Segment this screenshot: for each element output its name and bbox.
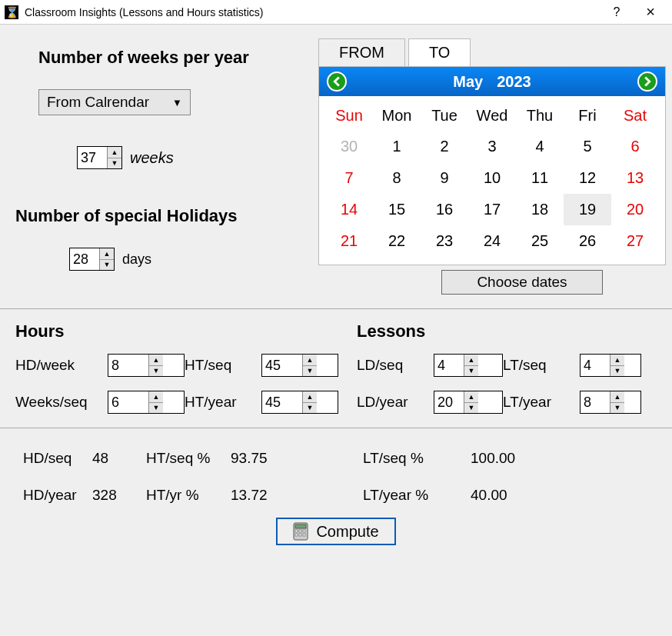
hd-year-value: 328 bbox=[92, 487, 146, 504]
svg-rect-7 bbox=[303, 534, 305, 536]
lt-year-pct-value: 40.00 bbox=[471, 487, 547, 504]
calendar-day[interactable]: 2 bbox=[421, 131, 468, 162]
calendar-day[interactable]: 9 bbox=[421, 162, 468, 194]
hd-year-label: HD/year bbox=[23, 487, 92, 504]
calendar-dow: Wed bbox=[468, 101, 516, 131]
help-button[interactable]: ? bbox=[600, 2, 634, 23]
calendar-day[interactable]: 15 bbox=[373, 194, 421, 225]
weeks-seq-input[interactable] bbox=[108, 391, 148, 413]
calendar-day[interactable]: 6 bbox=[611, 131, 659, 162]
calendar-day[interactable]: 27 bbox=[611, 225, 659, 257]
svg-rect-2 bbox=[295, 530, 298, 532]
ht-yr-pct-label: HT/yr % bbox=[146, 487, 231, 504]
arrow-left-icon bbox=[331, 76, 342, 87]
weeks-seq-stepper[interactable]: ▲▼ bbox=[108, 391, 185, 414]
calendar-day[interactable]: 14 bbox=[325, 194, 373, 225]
calendar-day[interactable]: 13 bbox=[611, 162, 659, 194]
down-arrow-icon[interactable]: ▼ bbox=[108, 158, 121, 169]
calendar-day[interactable]: 24 bbox=[468, 225, 516, 257]
calendar-day[interactable]: 17 bbox=[468, 194, 516, 225]
tab-to[interactable]: TO bbox=[408, 38, 471, 66]
ht-seq-input[interactable] bbox=[262, 355, 302, 376]
hd-week-input[interactable] bbox=[108, 355, 148, 376]
calendar-day[interactable]: 19 bbox=[564, 194, 611, 225]
hours-heading: Hours bbox=[15, 321, 338, 341]
calendar-dow: Fri bbox=[564, 101, 611, 131]
calendar-dow: Thu bbox=[516, 101, 564, 131]
calendar-day[interactable]: 26 bbox=[564, 225, 611, 257]
calendar-day[interactable]: 21 bbox=[325, 225, 373, 257]
calendar-day[interactable]: 20 bbox=[611, 194, 659, 225]
calendar-day[interactable]: 30 bbox=[325, 131, 373, 162]
ld-year-input[interactable] bbox=[434, 391, 464, 413]
compute-button[interactable]: Compute bbox=[276, 518, 395, 545]
calendar-day[interactable]: 4 bbox=[516, 131, 564, 162]
svg-rect-3 bbox=[299, 530, 301, 532]
ht-seq-label: HT/seq bbox=[185, 357, 261, 374]
weeks-source-combo[interactable]: From Calrendar ▼ bbox=[38, 89, 191, 115]
ht-seq-pct-value: 93.75 bbox=[231, 450, 292, 467]
holidays-heading: Number of special Holidays bbox=[15, 206, 300, 226]
lt-year-stepper[interactable]: ▲▼ bbox=[580, 391, 641, 414]
up-arrow-icon[interactable]: ▲ bbox=[100, 248, 114, 260]
calendar-dow: Sun bbox=[325, 101, 373, 131]
hd-seq-label: HD/seq bbox=[23, 450, 92, 467]
lt-year-input[interactable] bbox=[581, 391, 610, 413]
ht-yr-pct-value: 13.72 bbox=[231, 487, 292, 504]
calendar: May 2023 SunMonTueWedThuFriSat3012345678… bbox=[318, 66, 666, 265]
calendar-month[interactable]: May bbox=[453, 73, 483, 91]
calendar-day[interactable]: 10 bbox=[468, 162, 516, 194]
calculator-icon bbox=[293, 522, 308, 541]
calendar-day[interactable]: 18 bbox=[516, 194, 564, 225]
weeks-input[interactable] bbox=[78, 147, 107, 168]
calendar-day[interactable]: 8 bbox=[373, 162, 421, 194]
holidays-stepper[interactable]: ▲▼ bbox=[69, 248, 115, 271]
ht-seq-stepper[interactable]: ▲▼ bbox=[261, 354, 338, 377]
weeks-seq-label: Weeks/seq bbox=[15, 394, 108, 411]
titlebar: ⌛ Classroom Insights (Lessons and Hours … bbox=[0, 0, 672, 25]
tab-from[interactable]: FROM bbox=[318, 38, 405, 66]
calendar-day[interactable]: 16 bbox=[421, 194, 468, 225]
svg-rect-4 bbox=[303, 530, 305, 532]
lt-year-label: LT/year bbox=[503, 394, 580, 411]
holidays-input[interactable] bbox=[70, 248, 99, 270]
calendar-day[interactable]: 12 bbox=[564, 162, 611, 194]
calendar-day[interactable]: 11 bbox=[516, 162, 564, 194]
lt-seq-label: LT/seq bbox=[503, 357, 580, 374]
calendar-prev-button[interactable] bbox=[327, 72, 347, 92]
lt-seq-stepper[interactable]: ▲▼ bbox=[580, 354, 641, 377]
combo-selected: From Calrendar bbox=[47, 94, 149, 111]
window-title: Classroom Insights (Lessons and Hours st… bbox=[25, 6, 600, 18]
ht-year-input[interactable] bbox=[262, 391, 302, 413]
hd-week-stepper[interactable]: ▲▼ bbox=[108, 354, 185, 377]
calendar-day[interactable]: 7 bbox=[325, 162, 373, 194]
ld-seq-stepper[interactable]: ▲▼ bbox=[434, 354, 503, 377]
calendar-day[interactable]: 25 bbox=[516, 225, 564, 257]
up-arrow-icon[interactable]: ▲ bbox=[108, 147, 121, 158]
calendar-day[interactable]: 5 bbox=[564, 131, 611, 162]
app-icon: ⌛ bbox=[5, 5, 18, 19]
ld-year-stepper[interactable]: ▲▼ bbox=[434, 391, 503, 414]
lt-year-pct-label: LT/year % bbox=[363, 487, 471, 504]
calendar-day[interactable]: 3 bbox=[468, 131, 516, 162]
svg-rect-6 bbox=[299, 534, 301, 536]
calendar-year[interactable]: 2023 bbox=[497, 73, 531, 91]
divider bbox=[0, 308, 672, 309]
arrow-right-icon bbox=[642, 76, 653, 87]
choose-dates-button[interactable]: Choose dates bbox=[441, 270, 603, 295]
ht-year-stepper[interactable]: ▲▼ bbox=[261, 391, 338, 414]
ht-year-label: HT/year bbox=[185, 394, 261, 411]
calendar-next-button[interactable] bbox=[637, 72, 657, 92]
calendar-day[interactable]: 22 bbox=[373, 225, 421, 257]
weeks-stepper[interactable]: ▲▼ bbox=[77, 146, 122, 169]
ld-seq-label: LD/seq bbox=[357, 357, 434, 374]
ld-seq-input[interactable] bbox=[434, 355, 464, 376]
calendar-day[interactable]: 23 bbox=[421, 225, 468, 257]
down-arrow-icon[interactable]: ▼ bbox=[100, 260, 114, 271]
close-button[interactable]: × bbox=[634, 2, 667, 23]
hd-week-label: HD/week bbox=[15, 357, 108, 374]
lt-seq-input[interactable] bbox=[581, 355, 610, 376]
weeks-unit-label: weeks bbox=[130, 149, 174, 167]
calendar-day[interactable]: 1 bbox=[373, 131, 421, 162]
lessons-heading: Lessons bbox=[357, 321, 657, 341]
